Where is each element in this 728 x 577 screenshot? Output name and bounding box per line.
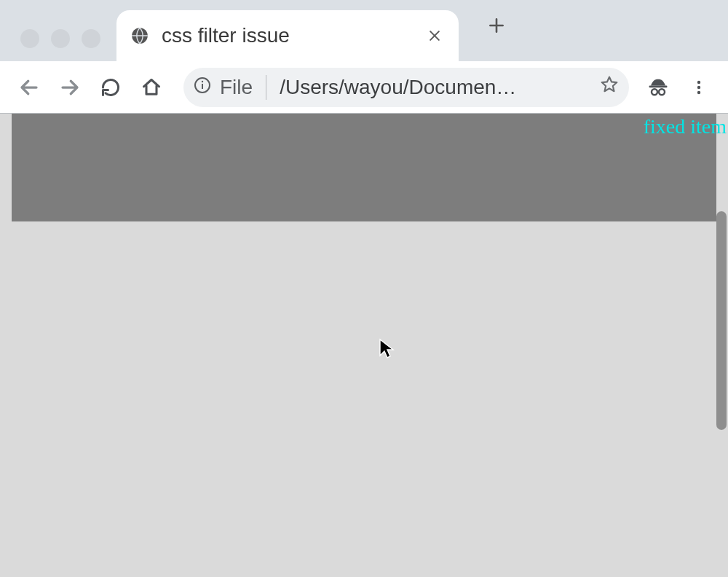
page-viewport: fixed item xyxy=(0,114,728,577)
window-titlebar: css filter issue xyxy=(0,0,728,61)
window-close-button[interactable] xyxy=(20,29,39,48)
tab-strip: css filter issue xyxy=(116,0,513,61)
browser-tab[interactable]: css filter issue xyxy=(116,10,459,61)
mouse-cursor-icon xyxy=(379,338,396,363)
window-minimize-button[interactable] xyxy=(51,29,70,48)
bookmark-star-icon[interactable] xyxy=(600,75,619,99)
vertical-scrollbar-thumb[interactable] xyxy=(716,211,727,430)
globe-icon xyxy=(130,25,150,46)
new-tab-button[interactable] xyxy=(480,9,513,42)
tab-close-button[interactable] xyxy=(424,25,446,47)
site-info-icon[interactable] xyxy=(194,76,211,99)
window-zoom-button[interactable] xyxy=(82,29,100,48)
forward-button[interactable] xyxy=(51,68,89,106)
address-bar[interactable]: File /Users/wayou/Documen… xyxy=(183,68,629,107)
page-content xyxy=(12,114,716,221)
svg-point-7 xyxy=(697,80,700,83)
home-button[interactable] xyxy=(132,68,170,106)
header-block xyxy=(12,114,716,221)
svg-point-5 xyxy=(652,89,657,95)
svg-point-6 xyxy=(659,89,665,95)
svg-point-8 xyxy=(697,85,700,88)
back-button[interactable] xyxy=(10,68,48,106)
window-traffic-lights xyxy=(3,17,100,48)
svg-rect-4 xyxy=(649,85,668,87)
incognito-icon[interactable] xyxy=(639,68,677,106)
fixed-item-label: fixed item xyxy=(644,115,728,138)
menu-button[interactable] xyxy=(680,68,718,106)
reload-button[interactable] xyxy=(92,68,130,106)
url-path: /Users/wayou/Documen… xyxy=(280,76,591,99)
separator xyxy=(266,75,266,100)
url-scheme: File xyxy=(220,76,253,99)
browser-toolbar: File /Users/wayou/Documen… xyxy=(0,61,728,114)
svg-point-3 xyxy=(202,80,203,82)
tab-title: css filter issue xyxy=(162,24,412,47)
svg-point-9 xyxy=(697,90,700,93)
